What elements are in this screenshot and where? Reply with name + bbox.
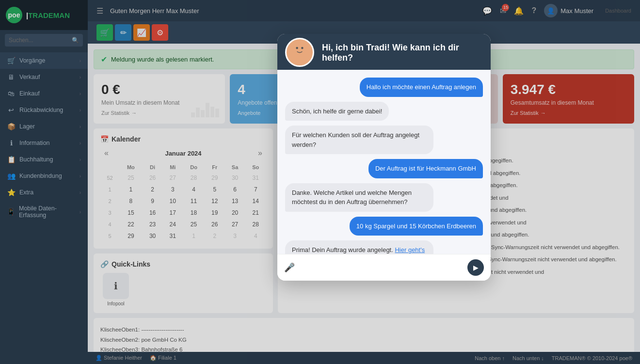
chat-message-bot: Danke. Welche Artikel und welche Mengen … [285, 183, 433, 212]
chat-message-user: Der Auftrag ist für Heckmann GmbH [368, 159, 483, 178]
chat-box: Hi, ich bin Tradi! Wie kann ich dir helf… [277, 34, 491, 281]
chat-input[interactable] [299, 264, 464, 271]
chat-send-button[interactable]: ▶ [467, 259, 484, 276]
chat-message-link[interactable]: Hier geht's zum Auftrag! [292, 246, 425, 254]
chat-message-bot: Prima! Dein Auftrag wurde angelegt. Hier… [285, 240, 433, 254]
svg-point-6 [293, 43, 305, 55]
chat-avatar-wrap [285, 38, 314, 70]
chat-header-text: Hi, ich bin Tradi! Wie kann ich dir helf… [314, 34, 491, 70]
chat-message-bot: Für welchen Kunden soll der Auftrag ange… [285, 126, 433, 154]
svg-point-9 [301, 47, 304, 49]
chat-header: Hi, ich bin Tradi! Wie kann ich dir helf… [277, 34, 491, 70]
chat-message-user: 10 kg Spargel und 15 Körbchen Erdbeeren [350, 217, 483, 236]
chat-message-user: Hallo ich möchte einen Auftrag anlegen [360, 78, 483, 97]
svg-point-7 [290, 56, 309, 67]
chat-message-bot: Schön, ich helfe dir gerne dabei! [285, 102, 389, 121]
chat-messages: Hallo ich möchte einen Auftrag anlegenSc… [277, 70, 491, 254]
chat-avatar [285, 38, 314, 67]
microphone-icon[interactable]: 🎤 [284, 262, 295, 273]
chat-input-row: 🎤 ▶ [277, 254, 491, 281]
svg-point-8 [296, 47, 298, 49]
chat-overlay: Hi, ich bin Tradi! Wie kann ich dir helf… [0, 0, 640, 364]
